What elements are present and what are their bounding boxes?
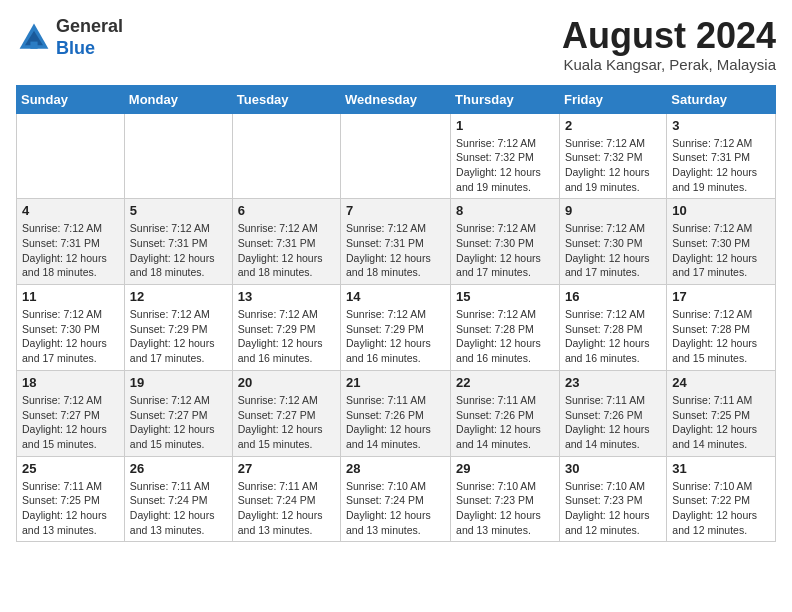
calendar-cell: 30Sunrise: 7:10 AM Sunset: 7:23 PM Dayli… (559, 456, 666, 542)
title-block: August 2024 Kuala Kangsar, Perak, Malays… (562, 16, 776, 73)
calendar-cell (124, 113, 232, 199)
day-info: Sunrise: 7:11 AM Sunset: 7:26 PM Dayligh… (346, 393, 445, 452)
day-info: Sunrise: 7:12 AM Sunset: 7:30 PM Dayligh… (565, 221, 661, 280)
day-number: 12 (130, 289, 227, 304)
day-info: Sunrise: 7:10 AM Sunset: 7:23 PM Dayligh… (456, 479, 554, 538)
day-number: 18 (22, 375, 119, 390)
day-number: 20 (238, 375, 335, 390)
logo: General Blue (16, 16, 123, 59)
day-number: 15 (456, 289, 554, 304)
calendar-cell: 2Sunrise: 7:12 AM Sunset: 7:32 PM Daylig… (559, 113, 666, 199)
day-info: Sunrise: 7:11 AM Sunset: 7:24 PM Dayligh… (130, 479, 227, 538)
calendar-cell: 7Sunrise: 7:12 AM Sunset: 7:31 PM Daylig… (341, 199, 451, 285)
day-number: 13 (238, 289, 335, 304)
day-info: Sunrise: 7:11 AM Sunset: 7:26 PM Dayligh… (456, 393, 554, 452)
day-number: 7 (346, 203, 445, 218)
day-number: 2 (565, 118, 661, 133)
day-info: Sunrise: 7:12 AM Sunset: 7:29 PM Dayligh… (238, 307, 335, 366)
calendar-cell: 9Sunrise: 7:12 AM Sunset: 7:30 PM Daylig… (559, 199, 666, 285)
calendar-cell: 1Sunrise: 7:12 AM Sunset: 7:32 PM Daylig… (451, 113, 560, 199)
day-info: Sunrise: 7:12 AM Sunset: 7:28 PM Dayligh… (456, 307, 554, 366)
day-info: Sunrise: 7:12 AM Sunset: 7:27 PM Dayligh… (22, 393, 119, 452)
calendar-cell: 10Sunrise: 7:12 AM Sunset: 7:30 PM Dayli… (667, 199, 776, 285)
page-header: General Blue August 2024 Kuala Kangsar, … (16, 16, 776, 73)
calendar-cell: 21Sunrise: 7:11 AM Sunset: 7:26 PM Dayli… (341, 370, 451, 456)
calendar-table: SundayMondayTuesdayWednesdayThursdayFrid… (16, 85, 776, 543)
day-header-sunday: Sunday (17, 85, 125, 113)
day-header-friday: Friday (559, 85, 666, 113)
day-number: 21 (346, 375, 445, 390)
day-number: 11 (22, 289, 119, 304)
calendar-cell: 3Sunrise: 7:12 AM Sunset: 7:31 PM Daylig… (667, 113, 776, 199)
day-number: 1 (456, 118, 554, 133)
calendar-cell: 18Sunrise: 7:12 AM Sunset: 7:27 PM Dayli… (17, 370, 125, 456)
calendar-cell: 5Sunrise: 7:12 AM Sunset: 7:31 PM Daylig… (124, 199, 232, 285)
day-info: Sunrise: 7:12 AM Sunset: 7:27 PM Dayligh… (130, 393, 227, 452)
day-info: Sunrise: 7:12 AM Sunset: 7:32 PM Dayligh… (565, 136, 661, 195)
day-header-wednesday: Wednesday (341, 85, 451, 113)
day-header-tuesday: Tuesday (232, 85, 340, 113)
month-year-title: August 2024 (562, 16, 776, 56)
calendar-cell: 22Sunrise: 7:11 AM Sunset: 7:26 PM Dayli… (451, 370, 560, 456)
day-number: 6 (238, 203, 335, 218)
day-info: Sunrise: 7:12 AM Sunset: 7:32 PM Dayligh… (456, 136, 554, 195)
calendar-cell (232, 113, 340, 199)
day-info: Sunrise: 7:12 AM Sunset: 7:31 PM Dayligh… (130, 221, 227, 280)
day-number: 9 (565, 203, 661, 218)
calendar-cell: 29Sunrise: 7:10 AM Sunset: 7:23 PM Dayli… (451, 456, 560, 542)
calendar-cell: 15Sunrise: 7:12 AM Sunset: 7:28 PM Dayli… (451, 285, 560, 371)
calendar-week-row: 11Sunrise: 7:12 AM Sunset: 7:30 PM Dayli… (17, 285, 776, 371)
day-number: 17 (672, 289, 770, 304)
logo-blue-text: Blue (56, 38, 95, 58)
day-number: 16 (565, 289, 661, 304)
day-info: Sunrise: 7:11 AM Sunset: 7:25 PM Dayligh… (672, 393, 770, 452)
day-number: 10 (672, 203, 770, 218)
day-info: Sunrise: 7:12 AM Sunset: 7:28 PM Dayligh… (565, 307, 661, 366)
day-info: Sunrise: 7:12 AM Sunset: 7:31 PM Dayligh… (346, 221, 445, 280)
logo-text: General Blue (56, 16, 123, 59)
calendar-week-row: 4Sunrise: 7:12 AM Sunset: 7:31 PM Daylig… (17, 199, 776, 285)
calendar-cell: 19Sunrise: 7:12 AM Sunset: 7:27 PM Dayli… (124, 370, 232, 456)
calendar-cell: 8Sunrise: 7:12 AM Sunset: 7:30 PM Daylig… (451, 199, 560, 285)
calendar-header-row: SundayMondayTuesdayWednesdayThursdayFrid… (17, 85, 776, 113)
day-number: 26 (130, 461, 227, 476)
calendar-week-row: 25Sunrise: 7:11 AM Sunset: 7:25 PM Dayli… (17, 456, 776, 542)
day-info: Sunrise: 7:10 AM Sunset: 7:22 PM Dayligh… (672, 479, 770, 538)
logo-general-text: General (56, 16, 123, 36)
calendar-cell: 17Sunrise: 7:12 AM Sunset: 7:28 PM Dayli… (667, 285, 776, 371)
calendar-cell: 16Sunrise: 7:12 AM Sunset: 7:28 PM Dayli… (559, 285, 666, 371)
day-info: Sunrise: 7:11 AM Sunset: 7:26 PM Dayligh… (565, 393, 661, 452)
day-number: 19 (130, 375, 227, 390)
day-info: Sunrise: 7:12 AM Sunset: 7:28 PM Dayligh… (672, 307, 770, 366)
day-number: 24 (672, 375, 770, 390)
day-info: Sunrise: 7:12 AM Sunset: 7:31 PM Dayligh… (22, 221, 119, 280)
calendar-cell: 13Sunrise: 7:12 AM Sunset: 7:29 PM Dayli… (232, 285, 340, 371)
day-info: Sunrise: 7:12 AM Sunset: 7:31 PM Dayligh… (672, 136, 770, 195)
day-number: 30 (565, 461, 661, 476)
day-info: Sunrise: 7:10 AM Sunset: 7:24 PM Dayligh… (346, 479, 445, 538)
calendar-cell: 12Sunrise: 7:12 AM Sunset: 7:29 PM Dayli… (124, 285, 232, 371)
day-number: 31 (672, 461, 770, 476)
calendar-week-row: 18Sunrise: 7:12 AM Sunset: 7:27 PM Dayli… (17, 370, 776, 456)
day-info: Sunrise: 7:11 AM Sunset: 7:25 PM Dayligh… (22, 479, 119, 538)
day-info: Sunrise: 7:11 AM Sunset: 7:24 PM Dayligh… (238, 479, 335, 538)
day-header-thursday: Thursday (451, 85, 560, 113)
day-number: 25 (22, 461, 119, 476)
calendar-cell: 28Sunrise: 7:10 AM Sunset: 7:24 PM Dayli… (341, 456, 451, 542)
day-info: Sunrise: 7:12 AM Sunset: 7:27 PM Dayligh… (238, 393, 335, 452)
day-info: Sunrise: 7:12 AM Sunset: 7:29 PM Dayligh… (346, 307, 445, 366)
day-header-monday: Monday (124, 85, 232, 113)
calendar-cell: 25Sunrise: 7:11 AM Sunset: 7:25 PM Dayli… (17, 456, 125, 542)
calendar-cell: 27Sunrise: 7:11 AM Sunset: 7:24 PM Dayli… (232, 456, 340, 542)
calendar-cell (17, 113, 125, 199)
calendar-cell: 31Sunrise: 7:10 AM Sunset: 7:22 PM Dayli… (667, 456, 776, 542)
logo-icon (16, 20, 52, 56)
day-number: 29 (456, 461, 554, 476)
day-number: 3 (672, 118, 770, 133)
day-info: Sunrise: 7:12 AM Sunset: 7:30 PM Dayligh… (456, 221, 554, 280)
day-info: Sunrise: 7:12 AM Sunset: 7:29 PM Dayligh… (130, 307, 227, 366)
calendar-cell: 23Sunrise: 7:11 AM Sunset: 7:26 PM Dayli… (559, 370, 666, 456)
day-info: Sunrise: 7:12 AM Sunset: 7:30 PM Dayligh… (672, 221, 770, 280)
day-number: 27 (238, 461, 335, 476)
calendar-cell: 20Sunrise: 7:12 AM Sunset: 7:27 PM Dayli… (232, 370, 340, 456)
